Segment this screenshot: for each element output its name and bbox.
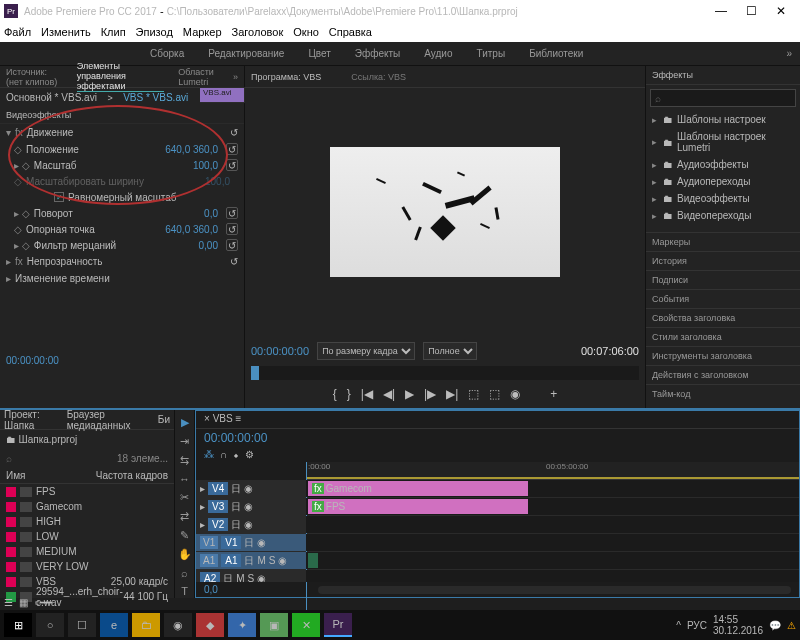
taskview-button[interactable]: ☐ bbox=[68, 613, 96, 637]
menu-sequence[interactable]: Эпизод bbox=[136, 26, 173, 38]
taskbar-edge[interactable]: e bbox=[100, 613, 128, 637]
zoom-select[interactable]: По размеру кадра bbox=[317, 342, 415, 360]
tab-overflow[interactable]: Би bbox=[158, 414, 170, 425]
panel-captions[interactable]: Подписи bbox=[646, 270, 800, 289]
menu-edit[interactable]: Изменить bbox=[41, 26, 91, 38]
extract-icon[interactable]: ⬚ bbox=[489, 387, 500, 401]
close-button[interactable]: ✕ bbox=[766, 4, 796, 18]
taskbar-app2[interactable]: ✦ bbox=[228, 613, 256, 637]
next-marker-icon[interactable]: ▶| bbox=[446, 387, 458, 401]
zoom-slider[interactable]: ○━━ bbox=[34, 597, 52, 608]
clip-fps[interactable]: fxFPS bbox=[308, 499, 528, 514]
track-v1[interactable]: V1V1日◉ bbox=[196, 534, 799, 552]
taskbar-app1[interactable]: ◆ bbox=[196, 613, 224, 637]
btn-plus-icon[interactable]: + bbox=[550, 387, 557, 401]
panel-titletools[interactable]: Инструменты заголовка bbox=[646, 346, 800, 365]
ws-overflow[interactable]: » bbox=[786, 48, 792, 59]
export-frame-icon[interactable]: ◉ bbox=[510, 387, 520, 401]
tray-notifications-icon[interactable]: 💬 bbox=[769, 620, 781, 631]
ws-editing[interactable]: Редактирование bbox=[208, 48, 284, 59]
track-a2[interactable]: A2日MS◉ bbox=[196, 570, 799, 582]
snap-icon[interactable]: ⁂ bbox=[204, 449, 214, 460]
track-v2[interactable]: ▸V2日◉ bbox=[196, 516, 799, 534]
start-button[interactable]: ⊞ bbox=[4, 613, 32, 637]
folder-audiofx[interactable]: 🖿Аудиоэффекты bbox=[646, 156, 800, 173]
search-icon[interactable]: ⌕ bbox=[6, 453, 12, 464]
taskbar-chrome[interactable]: ◉ bbox=[164, 613, 192, 637]
program-scrubber[interactable] bbox=[251, 366, 639, 380]
menu-help[interactable]: Справка bbox=[329, 26, 372, 38]
timeline-zoom[interactable]: 0,0 bbox=[204, 584, 218, 595]
mark-in-icon[interactable]: { bbox=[333, 387, 337, 401]
menu-title[interactable]: Заголовок bbox=[232, 26, 284, 38]
folder-videotrans[interactable]: 🖿Видеопереходы bbox=[646, 207, 800, 224]
sequence-tab[interactable]: × VBS ≡ bbox=[204, 413, 241, 424]
effects-search[interactable]: ⌕ bbox=[650, 89, 796, 107]
fx-timeremap[interactable]: ▸Изменение времени bbox=[0, 270, 244, 287]
menu-marker[interactable]: Маркер bbox=[183, 26, 222, 38]
minimize-button[interactable]: — bbox=[706, 4, 736, 18]
clip-gamecom[interactable]: fxGamecom bbox=[308, 481, 528, 496]
icon-view-icon[interactable]: ▦ bbox=[19, 597, 28, 608]
step-fwd-icon[interactable]: |▶ bbox=[424, 387, 436, 401]
menu-file[interactable]: Файл bbox=[4, 26, 31, 38]
rate-stretch-icon[interactable]: ↔ bbox=[179, 473, 190, 485]
track-v3[interactable]: ▸V3日◉fxFPS bbox=[196, 498, 799, 516]
step-back-icon[interactable]: ◀| bbox=[383, 387, 395, 401]
selection-tool-icon[interactable]: ▶ bbox=[181, 416, 189, 429]
zoom-scrollbar[interactable] bbox=[318, 586, 791, 594]
tab-program[interactable]: Программа: VBS bbox=[251, 72, 321, 82]
fx-opacity[interactable]: ▸fxНепрозрачность↺ bbox=[0, 253, 244, 270]
lift-icon[interactable]: ⬚ bbox=[468, 387, 479, 401]
folder-videofx[interactable]: 🖿Видеоэффекты bbox=[646, 190, 800, 207]
slip-tool-icon[interactable]: ⇄ bbox=[180, 510, 189, 523]
panel-titlestyles[interactable]: Стили заголовка bbox=[646, 327, 800, 346]
mark-out-icon[interactable]: } bbox=[347, 387, 351, 401]
panel-timecode[interactable]: Тайм-код bbox=[646, 384, 800, 403]
project-item[interactable]: LOW bbox=[0, 529, 174, 544]
panel-events[interactable]: События bbox=[646, 289, 800, 308]
folder-lumetri[interactable]: 🖿Шаблоны настроек Lumetri bbox=[646, 128, 800, 156]
maximize-button[interactable]: ☐ bbox=[736, 4, 766, 18]
menu-window[interactable]: Окно bbox=[293, 26, 319, 38]
ws-assembly[interactable]: Сборка bbox=[150, 48, 184, 59]
settings-icon[interactable]: ⚙ bbox=[245, 449, 254, 460]
ws-effects[interactable]: Эффекты bbox=[355, 48, 400, 59]
col-framerate[interactable]: Частота кадров bbox=[96, 470, 168, 481]
program-timecode[interactable]: 00:00:00:00 bbox=[251, 345, 309, 357]
clip-audio[interactable] bbox=[308, 553, 318, 568]
project-item[interactable]: Gamecom bbox=[0, 499, 174, 514]
taskbar-explorer[interactable]: 🗀 bbox=[132, 613, 160, 637]
pen-tool-icon[interactable]: ✎ bbox=[180, 529, 189, 542]
prop-uniform-scale[interactable]: ✓Равномерный масштаб bbox=[0, 189, 244, 205]
track-a1[interactable]: A1A1日MS◉ bbox=[196, 552, 799, 570]
viewer-area[interactable] bbox=[245, 88, 645, 336]
tray-lang[interactable]: РУС bbox=[687, 620, 707, 631]
prop-flicker[interactable]: ▸ ◇Фильтр мерцаний0,00↺ bbox=[0, 237, 244, 253]
taskbar-xbox[interactable]: ✕ bbox=[292, 613, 320, 637]
folder-presets[interactable]: 🖿Шаблоны настроек bbox=[646, 111, 800, 128]
prev-marker-icon[interactable]: |◀ bbox=[361, 387, 373, 401]
search-button[interactable]: ○ bbox=[36, 613, 64, 637]
tray-clock[interactable]: 14:5530.12.2016 bbox=[713, 614, 763, 636]
type-tool-icon[interactable]: T bbox=[181, 585, 188, 597]
project-item[interactable]: MEDIUM bbox=[0, 544, 174, 559]
linked-sel-icon[interactable]: ∩ bbox=[220, 449, 227, 460]
tab-source[interactable]: Источник: (нет клипов) bbox=[6, 67, 63, 87]
track-v4[interactable]: ▸V4日◉fxGamecom bbox=[196, 480, 799, 498]
playhead-icon[interactable] bbox=[251, 366, 259, 380]
tab-project[interactable]: Проект: Шапка bbox=[4, 409, 59, 431]
taskbar-premiere[interactable]: Pr bbox=[324, 613, 352, 637]
prop-rotation[interactable]: ▸ ◇Поворот0,0↺ bbox=[0, 205, 244, 221]
menu-clip[interactable]: Клип bbox=[101, 26, 126, 38]
tab-media-browser[interactable]: Браузер медиаданных bbox=[67, 409, 150, 431]
checkbox-icon[interactable]: ✓ bbox=[54, 192, 64, 202]
panel-history[interactable]: История bbox=[646, 251, 800, 270]
panel-menu[interactable]: » bbox=[233, 72, 238, 82]
hand-tool-icon[interactable]: ✋ bbox=[178, 548, 192, 561]
tab-lumetri[interactable]: Области Lumetri bbox=[178, 67, 219, 87]
fx-motion[interactable]: ▾fxДвижение↺ bbox=[0, 124, 244, 141]
mini-timeline[interactable]: VBS.avi bbox=[200, 87, 245, 103]
prop-scale[interactable]: ▸ ◇Масштаб100,0↺ bbox=[0, 157, 244, 173]
zoom-tool-icon[interactable]: ⌕ bbox=[181, 567, 188, 579]
